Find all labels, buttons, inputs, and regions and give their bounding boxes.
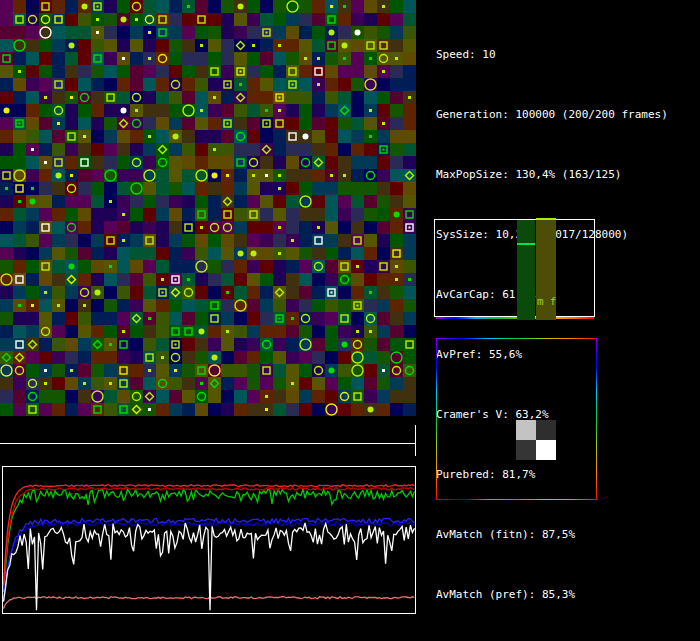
female-label: f <box>550 296 557 308</box>
female-level-marker <box>536 218 556 220</box>
timeline-position-marker[interactable] <box>415 425 416 456</box>
hue-border-left <box>436 338 437 500</box>
sex-histogram-panel: m f <box>434 219 595 317</box>
hue-border-top <box>436 338 597 339</box>
hue-border-bottom <box>436 499 597 500</box>
chart-series-syssize <box>4 597 415 609</box>
history-chart <box>2 466 416 614</box>
matrix-cell-tl <box>516 420 536 440</box>
stats-panel: Speed: 10 Generation: 100000 (200/200 fr… <box>436 5 668 641</box>
simulation-window: Speed: 10 Generation: 100000 (200/200 fr… <box>0 0 700 641</box>
sex-histogram-plot: m f <box>435 220 594 316</box>
matrix-cell-tr <box>536 420 556 440</box>
male-level-marker <box>517 243 535 245</box>
hue-axis-strip <box>436 317 594 319</box>
timeline-track[interactable] <box>0 443 416 444</box>
male-bar <box>517 220 535 320</box>
matrix-cell-br <box>536 440 556 460</box>
male-label: m <box>537 296 544 308</box>
stat-avmatch-pref: AvMatch (pref): 85,3% <box>436 585 668 605</box>
hue-border-right <box>596 338 597 500</box>
stat-maxpopsize: MaxPopSize: 130,4% (163/125) <box>436 165 668 185</box>
stat-generation: Generation: 100000 (200/200 frames) <box>436 105 668 125</box>
sex-labels: m f <box>537 296 556 308</box>
color-matrix-panel <box>436 338 597 500</box>
matrix-cell-bl <box>516 440 536 460</box>
world-grid-canvas <box>0 0 416 416</box>
stat-speed: Speed: 10 <box>436 45 668 65</box>
stat-avmatch-fitn: AvMatch (fitn): 87,5% <box>436 525 668 545</box>
